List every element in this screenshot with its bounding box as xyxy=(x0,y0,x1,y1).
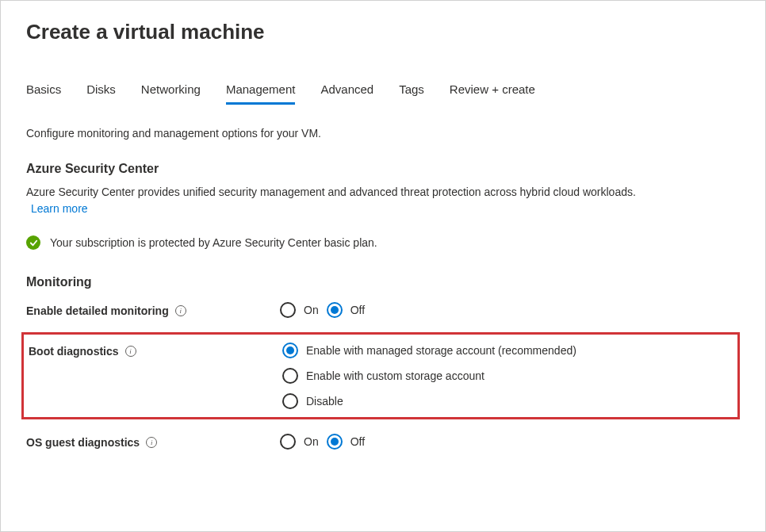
radio-label: Enable with managed storage account (rec… xyxy=(306,344,576,357)
tab-tags[interactable]: Tags xyxy=(399,82,424,105)
radio-icon xyxy=(282,368,298,384)
tab-basics[interactable]: Basics xyxy=(26,82,61,105)
tab-management[interactable]: Management xyxy=(226,82,296,105)
boot-diagnostics-label: Boot diagnostics i xyxy=(29,343,282,358)
os-guest-diagnostics-radio-group: On Off xyxy=(280,434,365,450)
info-icon[interactable]: i xyxy=(125,346,136,357)
info-icon[interactable]: i xyxy=(146,437,157,448)
tab-networking[interactable]: Networking xyxy=(141,82,201,105)
radio-icon xyxy=(282,343,298,358)
page-container: Create a virtual machine Basics Disks Ne… xyxy=(1,1,765,483)
radio-icon xyxy=(327,434,343,450)
os-guest-diagnostics-label: OS guest diagnostics i xyxy=(26,434,280,449)
boot-diagnostics-disable[interactable]: Disable xyxy=(282,393,576,409)
tab-disks[interactable]: Disks xyxy=(86,82,116,105)
radio-label: Enable with custom storage account xyxy=(306,369,484,382)
radio-label: On xyxy=(304,435,319,448)
radio-label: Off xyxy=(350,304,365,316)
boot-diagnostics-radio-group: Enable with managed storage account (rec… xyxy=(282,343,576,409)
boot-diagnostics-label-text: Boot diagnostics xyxy=(29,345,119,358)
tab-advanced[interactable]: Advanced xyxy=(320,82,373,105)
os-guest-diagnostics-label-text: OS guest diagnostics xyxy=(26,436,140,449)
tabs-bar: Basics Disks Networking Management Advan… xyxy=(26,82,740,105)
tab-review-create[interactable]: Review + create xyxy=(450,82,535,105)
detailed-monitoring-row: Enable detailed monitoring i On Off xyxy=(26,302,740,318)
detailed-monitoring-label: Enable detailed monitoring i xyxy=(26,302,280,317)
radio-icon xyxy=(280,302,296,318)
os-guest-diagnostics-on[interactable]: On xyxy=(280,434,319,450)
detailed-monitoring-off[interactable]: Off xyxy=(327,302,365,318)
boot-diagnostics-row: Boot diagnostics i Enable with managed s… xyxy=(24,343,733,409)
monitoring-section: Monitoring Enable detailed monitoring i … xyxy=(26,275,740,450)
page-title: Create a virtual machine xyxy=(26,20,740,44)
boot-diagnostics-highlight: Boot diagnostics i Enable with managed s… xyxy=(21,332,740,419)
radio-label: Disable xyxy=(306,395,343,408)
detailed-monitoring-radio-group: On Off xyxy=(280,302,365,318)
security-status-row: Your subscription is protected by Azure … xyxy=(26,235,740,250)
radio-icon xyxy=(327,302,343,318)
security-center-section: Azure Security Center Azure Security Cen… xyxy=(26,162,740,250)
radio-label: On xyxy=(304,304,319,316)
radio-icon xyxy=(280,434,296,450)
detailed-monitoring-on[interactable]: On xyxy=(280,302,319,318)
radio-label: Off xyxy=(350,435,365,448)
boot-diagnostics-custom[interactable]: Enable with custom storage account xyxy=(282,368,576,384)
boot-diagnostics-managed[interactable]: Enable with managed storage account (rec… xyxy=(282,343,576,358)
os-guest-diagnostics-off[interactable]: Off xyxy=(327,434,365,450)
radio-icon xyxy=(282,393,298,409)
check-circle-icon xyxy=(26,235,40,250)
security-status-text: Your subscription is protected by Azure … xyxy=(50,236,377,249)
os-guest-diagnostics-row: OS guest diagnostics i On Off xyxy=(26,434,740,450)
security-center-text: Azure Security Center provides unified s… xyxy=(26,184,740,201)
learn-more-link[interactable]: Learn more xyxy=(31,202,740,215)
monitoring-heading: Monitoring xyxy=(26,275,740,289)
info-icon[interactable]: i xyxy=(175,305,186,316)
detailed-monitoring-label-text: Enable detailed monitoring xyxy=(26,304,169,317)
tab-description: Configure monitoring and management opti… xyxy=(26,127,740,140)
security-center-heading: Azure Security Center xyxy=(26,162,740,176)
